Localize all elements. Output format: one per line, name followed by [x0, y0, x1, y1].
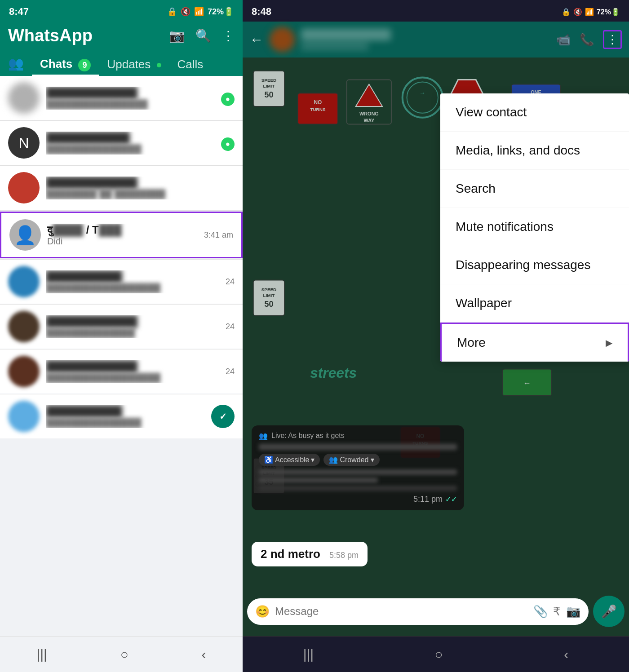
metro-message-bubble[interactable]: 2 nd metro 5:58 pm [252, 542, 368, 566]
chat-meta: ● [199, 135, 235, 151]
menu-item-more[interactable]: More ▶ [440, 323, 629, 362]
avatar: N [8, 127, 40, 159]
chat-name: ████████████ [46, 177, 192, 189]
message-input[interactable] [275, 605, 528, 618]
voice-button[interactable]: 🎤 [593, 596, 625, 627]
menu-item-search[interactable]: Search [440, 170, 629, 208]
app-title: WhatsApp [8, 26, 93, 45]
svg-text:50: 50 [265, 90, 274, 99]
bottom-nav-right: ||| ○ ‹ [243, 636, 629, 672]
highlighted-chat-item[interactable]: 👤 दु████ / T███ Didi 3:41 am [0, 212, 243, 258]
camera-icon[interactable]: 📷 [169, 28, 185, 43]
menu-item-view-contact[interactable]: View contact [440, 93, 629, 132]
nav-recents-icon-right[interactable]: ||| [303, 647, 314, 662]
time-left: 8:47 [9, 6, 29, 18]
chat-time: 3:41 am [204, 230, 233, 240]
rupee-icon[interactable]: ₹ [553, 605, 561, 619]
back-button[interactable]: ← [250, 32, 263, 47]
chat-info: ████████████ ████████████████ [46, 87, 192, 110]
chat-meta: 24 [199, 322, 235, 332]
nav-home-icon[interactable]: ○ [120, 647, 128, 662]
chat-item[interactable]: ████████████ ████████ ██ ████████ [0, 166, 243, 210]
chat-time: 24 [226, 277, 235, 287]
camera-input-icon[interactable]: 📷 [566, 605, 580, 619]
voice-call-icon[interactable]: 📞 [580, 33, 594, 47]
chat-preview: ██████████████████ [46, 373, 192, 383]
tab-calls[interactable]: Calls [169, 51, 212, 76]
chat-preview: Didi [47, 236, 191, 247]
chat-preview: ████████ ██ ████████ [46, 189, 192, 199]
svg-text:SPEED: SPEED [261, 78, 277, 83]
mute-icon: 🔇 [181, 7, 190, 17]
hindi-char: दु [47, 224, 53, 236]
chat-info: ████████████ ██████████████ [46, 315, 192, 338]
accessible-badge[interactable]: ♿Accessible▾ [259, 454, 320, 466]
menu-item-mute[interactable]: Mute notifications [440, 208, 629, 246]
crowded-badge[interactable]: 👥Crowded▾ [323, 454, 379, 466]
contact-avatar[interactable] [270, 27, 295, 52]
svg-text:WRONG: WRONG [359, 111, 379, 116]
attach-icon[interactable]: 📎 [533, 605, 548, 619]
unread-badge: ● [221, 93, 235, 106]
emoji-icon[interactable]: 😊 [255, 605, 270, 619]
contact-status [301, 42, 368, 50]
blurred-content-2 [259, 469, 457, 475]
chat-name: ████████████ [46, 360, 192, 373]
chat-item[interactable]: ████████████ ██████████████ 24 [0, 305, 243, 349]
nav-back-icon-right[interactable]: ‹ [564, 647, 568, 662]
chat-preview: ████████████████ [46, 99, 192, 110]
menu-item-wallpaper[interactable]: Wallpaper [440, 284, 629, 323]
tab-chats[interactable]: Chats 9 [32, 51, 99, 76]
chats-badge: 9 [78, 59, 91, 71]
chat-item[interactable]: ████████████ ██████████████████ 24 [0, 349, 243, 394]
nav-recents-icon[interactable]: ||| [36, 647, 47, 662]
metro-time: 5:58 pm [329, 551, 359, 560]
battery-right: 72%🔋 [597, 8, 620, 16]
menu-item-media-links[interactable]: Media, links, and docs [440, 132, 629, 170]
lock-icon-right: 🔒 [562, 8, 571, 16]
status-icons-right: 🔒 🔇 📶 72%🔋 [562, 8, 620, 16]
dropdown-arrow: ▾ [311, 455, 314, 464]
more-options-button[interactable]: ⋮ [603, 30, 622, 49]
tab-updates[interactable]: Updates [99, 51, 169, 76]
time-right: 8:48 [252, 6, 271, 18]
contact-info [301, 29, 550, 50]
message-time: 5:11 pm [413, 495, 443, 504]
metro-text: 2 nd metro [261, 547, 320, 561]
battery-left: 72%🔋 [208, 7, 234, 17]
mic-icon: 🎤 [601, 604, 617, 619]
avatar [8, 82, 40, 114]
chat-name: ██████████ [46, 270, 192, 283]
menu-icon[interactable]: ⋮ [222, 28, 235, 43]
accessible-icon: ♿ [264, 455, 273, 464]
svg-text:SPEED: SPEED [261, 287, 277, 292]
crowded-label: Crowded [340, 456, 368, 464]
live-label: Live: As busy as it gets [271, 432, 345, 440]
chat-meta: 24 [199, 367, 235, 376]
chat-info: ███████████ ███████████████ [46, 132, 192, 155]
shared-content-bubble[interactable]: 👥 Live: As busy as it gets ♿Accessible▾ … [252, 425, 464, 510]
blurred-content-4 [259, 486, 457, 491]
svg-text:TURNS: TURNS [310, 107, 325, 112]
search-icon[interactable]: 🔍 [195, 28, 211, 43]
nav-back-icon[interactable]: ‹ [202, 647, 206, 662]
menu-item-disappearing[interactable]: Disappearing messages [440, 246, 629, 284]
community-icon[interactable]: 👥 [8, 56, 24, 71]
message-time-row: 5:11 pm ✓✓ [259, 495, 457, 504]
status-icons-left: 🔒 🔇 📶 72%🔋 [167, 7, 234, 17]
avatar [8, 172, 40, 203]
right-panel: 8:48 🔒 🔇 📶 72%🔋 ← 📹 📞 ⋮ SPEED LIMIT [243, 0, 629, 672]
chat-item[interactable]: N ███████████ ███████████████ ● [0, 121, 243, 165]
blurred-content-3 [259, 477, 378, 483]
chat-name: ████████████ [46, 315, 192, 328]
chat-item[interactable]: ████████████ ████████████████ ● [0, 76, 243, 120]
blurred-content-1 [259, 444, 457, 450]
nav-home-icon-right[interactable]: ○ [435, 647, 443, 662]
crowded-row: ♿Accessible▾ 👥Crowded▾ [259, 454, 457, 466]
video-call-icon[interactable]: 📹 [556, 33, 571, 47]
avatar [8, 401, 40, 432]
chat-meta: 3:41 am [197, 230, 233, 240]
chat-name: ████████████ [46, 87, 192, 99]
chat-item[interactable]: ██████████ ██████████████████ 24 [0, 260, 243, 304]
chat-item[interactable]: ██████████ ███████████████ ✓ [0, 394, 243, 439]
